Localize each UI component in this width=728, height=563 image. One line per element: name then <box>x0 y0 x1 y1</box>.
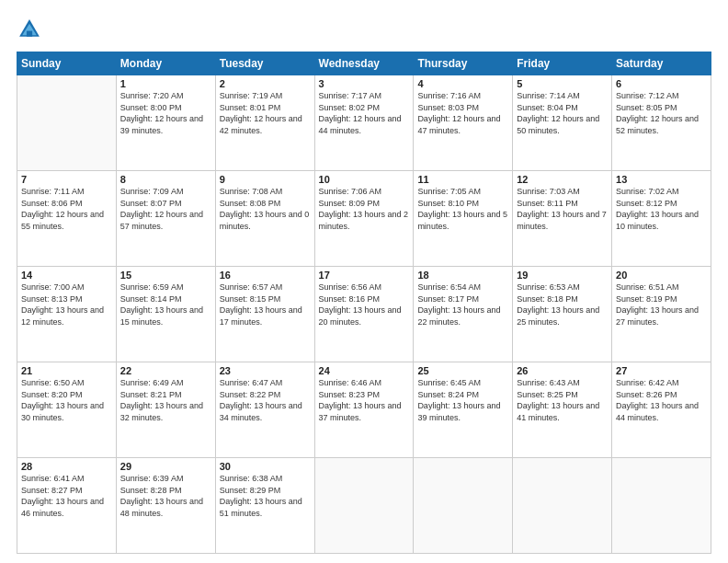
day-cell: 2Sunrise: 7:19 AMSunset: 8:01 PMDaylight… <box>215 75 314 171</box>
logo <box>17 17 46 42</box>
weekday-header-wednesday: Wednesday <box>314 52 414 75</box>
day-info: Sunrise: 7:16 AMSunset: 8:03 PMDaylight:… <box>417 90 508 136</box>
day-number: 27 <box>616 365 707 376</box>
week-row-4: 21Sunrise: 6:50 AMSunset: 8:20 PMDayligh… <box>17 362 711 458</box>
day-cell: 17Sunrise: 6:56 AMSunset: 8:16 PMDayligh… <box>314 267 414 362</box>
day-number: 6 <box>616 78 707 89</box>
day-number: 12 <box>517 174 608 185</box>
week-row-5: 28Sunrise: 6:41 AMSunset: 8:27 PMDayligh… <box>17 458 711 554</box>
day-info: Sunrise: 6:51 AMSunset: 8:19 PMDaylight:… <box>616 282 707 327</box>
day-number: 24 <box>319 365 410 376</box>
day-cell: 3Sunrise: 7:17 AMSunset: 8:02 PMDaylight… <box>314 75 414 171</box>
day-cell: 8Sunrise: 7:09 AMSunset: 8:07 PMDaylight… <box>116 171 215 267</box>
day-cell: 10Sunrise: 7:06 AMSunset: 8:09 PMDayligh… <box>314 171 414 267</box>
week-row-2: 7Sunrise: 7:11 AMSunset: 8:06 PMDaylight… <box>17 171 711 267</box>
day-info: Sunrise: 6:38 AMSunset: 8:29 PMDaylight:… <box>220 473 311 519</box>
calendar-table: SundayMondayTuesdayWednesdayThursdayFrid… <box>17 52 711 554</box>
day-info: Sunrise: 7:05 AMSunset: 8:10 PMDaylight:… <box>417 186 508 232</box>
day-cell: 27Sunrise: 6:42 AMSunset: 8:26 PMDayligh… <box>612 362 711 458</box>
day-info: Sunrise: 6:49 AMSunset: 8:21 PMDaylight:… <box>120 377 211 423</box>
day-cell: 30Sunrise: 6:38 AMSunset: 8:29 PMDayligh… <box>215 458 314 554</box>
day-cell: 25Sunrise: 6:45 AMSunset: 8:24 PMDayligh… <box>414 362 513 458</box>
weekday-header-friday: Friday <box>513 52 612 75</box>
day-cell <box>612 458 711 554</box>
day-info: Sunrise: 7:02 AMSunset: 8:12 PMDaylight:… <box>616 186 707 232</box>
day-number: 4 <box>417 78 508 89</box>
day-cell: 14Sunrise: 7:00 AMSunset: 8:13 PMDayligh… <box>17 267 117 362</box>
day-cell: 19Sunrise: 6:53 AMSunset: 8:18 PMDayligh… <box>513 267 612 362</box>
day-info: Sunrise: 7:03 AMSunset: 8:11 PMDaylight:… <box>517 186 608 232</box>
day-number: 16 <box>220 270 311 281</box>
day-cell <box>513 458 612 554</box>
day-number: 11 <box>417 174 508 185</box>
day-info: Sunrise: 6:53 AMSunset: 8:18 PMDaylight:… <box>517 282 608 327</box>
week-row-1: 1Sunrise: 7:20 AMSunset: 8:00 PMDaylight… <box>17 75 711 171</box>
day-info: Sunrise: 6:43 AMSunset: 8:25 PMDaylight:… <box>517 377 608 423</box>
weekday-header-saturday: Saturday <box>612 52 711 75</box>
day-cell: 16Sunrise: 6:57 AMSunset: 8:15 PMDayligh… <box>215 267 314 362</box>
day-cell <box>17 75 117 171</box>
day-number: 14 <box>21 270 112 281</box>
day-number: 2 <box>220 78 311 89</box>
day-number: 3 <box>319 78 410 89</box>
weekday-header-thursday: Thursday <box>414 52 513 75</box>
day-info: Sunrise: 6:45 AMSunset: 8:24 PMDaylight:… <box>417 377 508 423</box>
day-info: Sunrise: 7:08 AMSunset: 8:08 PMDaylight:… <box>220 186 311 232</box>
day-number: 8 <box>120 174 211 185</box>
day-cell: 22Sunrise: 6:49 AMSunset: 8:21 PMDayligh… <box>116 362 215 458</box>
day-info: Sunrise: 6:57 AMSunset: 8:15 PMDaylight:… <box>220 282 311 327</box>
day-number: 15 <box>120 270 211 281</box>
day-number: 25 <box>417 365 508 376</box>
weekday-header-row: SundayMondayTuesdayWednesdayThursdayFrid… <box>17 52 711 75</box>
day-number: 29 <box>120 461 211 472</box>
day-cell: 20Sunrise: 6:51 AMSunset: 8:19 PMDayligh… <box>612 267 711 362</box>
day-cell: 21Sunrise: 6:50 AMSunset: 8:20 PMDayligh… <box>17 362 117 458</box>
day-number: 5 <box>517 78 608 89</box>
day-info: Sunrise: 6:46 AMSunset: 8:23 PMDaylight:… <box>319 377 410 423</box>
weekday-header-monday: Monday <box>116 52 215 75</box>
day-info: Sunrise: 7:09 AMSunset: 8:07 PMDaylight:… <box>120 186 211 232</box>
day-info: Sunrise: 7:11 AMSunset: 8:06 PMDaylight:… <box>21 186 112 232</box>
day-cell: 7Sunrise: 7:11 AMSunset: 8:06 PMDaylight… <box>17 171 117 267</box>
day-info: Sunrise: 6:39 AMSunset: 8:28 PMDaylight:… <box>120 473 211 519</box>
day-cell <box>314 458 414 554</box>
day-number: 10 <box>319 174 410 185</box>
day-cell: 9Sunrise: 7:08 AMSunset: 8:08 PMDaylight… <box>215 171 314 267</box>
day-info: Sunrise: 7:12 AMSunset: 8:05 PMDaylight:… <box>616 90 707 136</box>
day-number: 20 <box>616 270 707 281</box>
day-cell: 12Sunrise: 7:03 AMSunset: 8:11 PMDayligh… <box>513 171 612 267</box>
logo-icon <box>17 17 42 42</box>
day-cell: 4Sunrise: 7:16 AMSunset: 8:03 PMDaylight… <box>414 75 513 171</box>
day-cell: 26Sunrise: 6:43 AMSunset: 8:25 PMDayligh… <box>513 362 612 458</box>
day-cell: 29Sunrise: 6:39 AMSunset: 8:28 PMDayligh… <box>116 458 215 554</box>
day-number: 21 <box>21 365 112 376</box>
day-info: Sunrise: 7:19 AMSunset: 8:01 PMDaylight:… <box>220 90 311 136</box>
day-cell: 5Sunrise: 7:14 AMSunset: 8:04 PMDaylight… <box>513 75 612 171</box>
day-cell: 6Sunrise: 7:12 AMSunset: 8:05 PMDaylight… <box>612 75 711 171</box>
day-number: 1 <box>120 78 211 89</box>
day-number: 7 <box>21 174 112 185</box>
day-cell: 23Sunrise: 6:47 AMSunset: 8:22 PMDayligh… <box>215 362 314 458</box>
day-info: Sunrise: 7:20 AMSunset: 8:00 PMDaylight:… <box>120 90 211 136</box>
day-cell: 28Sunrise: 6:41 AMSunset: 8:27 PMDayligh… <box>17 458 117 554</box>
svg-rect-2 <box>27 31 32 37</box>
day-info: Sunrise: 6:41 AMSunset: 8:27 PMDaylight:… <box>21 473 112 519</box>
day-cell: 1Sunrise: 7:20 AMSunset: 8:00 PMDaylight… <box>116 75 215 171</box>
day-cell <box>414 458 513 554</box>
day-info: Sunrise: 6:47 AMSunset: 8:22 PMDaylight:… <box>220 377 311 423</box>
page: SundayMondayTuesdayWednesdayThursdayFrid… <box>0 0 728 563</box>
day-cell: 11Sunrise: 7:05 AMSunset: 8:10 PMDayligh… <box>414 171 513 267</box>
day-number: 28 <box>21 461 112 472</box>
day-number: 19 <box>517 270 608 281</box>
day-number: 18 <box>417 270 508 281</box>
day-cell: 15Sunrise: 6:59 AMSunset: 8:14 PMDayligh… <box>116 267 215 362</box>
day-number: 22 <box>120 365 211 376</box>
day-info: Sunrise: 6:59 AMSunset: 8:14 PMDaylight:… <box>120 282 211 327</box>
day-info: Sunrise: 7:14 AMSunset: 8:04 PMDaylight:… <box>517 90 608 136</box>
day-number: 23 <box>220 365 311 376</box>
day-info: Sunrise: 7:06 AMSunset: 8:09 PMDaylight:… <box>319 186 410 232</box>
day-number: 17 <box>319 270 410 281</box>
weekday-header-tuesday: Tuesday <box>215 52 314 75</box>
day-info: Sunrise: 6:50 AMSunset: 8:20 PMDaylight:… <box>21 377 112 423</box>
day-info: Sunrise: 6:54 AMSunset: 8:17 PMDaylight:… <box>417 282 508 327</box>
